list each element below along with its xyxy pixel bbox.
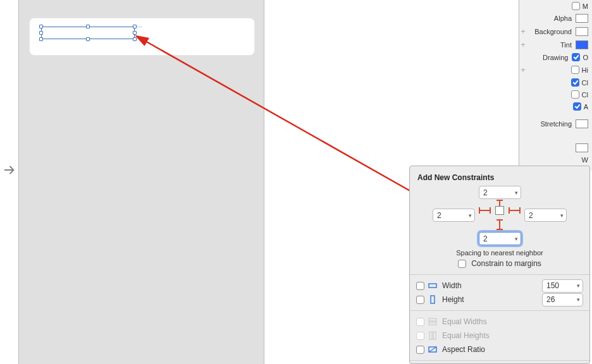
constrain-margins-checkbox[interactable] bbox=[458, 260, 466, 268]
label-w: W bbox=[582, 156, 588, 164]
aspect-ratio-label: Aspect Ratio bbox=[440, 345, 485, 354]
spacing-strut-right[interactable] bbox=[509, 210, 520, 211]
height-icon bbox=[428, 295, 437, 304]
stretching-x-field[interactable] bbox=[576, 119, 588, 128]
resize-handle-e[interactable] bbox=[133, 31, 137, 35]
equal-heights-label: Equal Heights bbox=[440, 331, 490, 340]
equal-heights-icon bbox=[428, 331, 437, 340]
divider bbox=[410, 360, 589, 361]
divider bbox=[410, 310, 589, 311]
height-checkbox[interactable] bbox=[416, 296, 424, 304]
alpha-field[interactable] bbox=[576, 14, 588, 23]
equal-widths-checkbox bbox=[416, 318, 424, 326]
spacing-right-field[interactable]: 2▾ bbox=[524, 209, 567, 222]
drawing-clears-checkbox[interactable] bbox=[571, 78, 579, 87]
stretching-w-field[interactable] bbox=[576, 143, 588, 152]
height-label: Height bbox=[440, 295, 464, 304]
spacing-strut-left[interactable] bbox=[479, 210, 490, 211]
forward-arrow-icon[interactable] bbox=[3, 163, 16, 179]
drawing-au-label: A bbox=[584, 103, 588, 111]
label-drawing: Drawing bbox=[519, 54, 572, 61]
width-value-field[interactable]: 150▾ bbox=[542, 279, 583, 293]
aspect-ratio-checkbox[interactable] bbox=[416, 346, 424, 354]
spacing-widget: 2▾ 2▾ 2▾ 2▾ bbox=[410, 182, 589, 239]
aspect-ratio-icon bbox=[428, 345, 437, 354]
spacing-center-icon bbox=[495, 206, 504, 215]
add-background-icon[interactable]: + bbox=[519, 27, 527, 36]
drawing-cl-label: Cl bbox=[582, 79, 588, 87]
chevron-down-icon: ▾ bbox=[515, 190, 518, 196]
label-stretching: Stretching bbox=[519, 120, 576, 128]
width-checkbox[interactable] bbox=[416, 282, 424, 290]
equal-heights-checkbox bbox=[416, 332, 424, 340]
background-swatch[interactable] bbox=[576, 27, 588, 36]
drawing-clip-checkbox[interactable] bbox=[571, 90, 579, 99]
drawing-op-label: O bbox=[583, 54, 588, 61]
checkbox-m[interactable] bbox=[572, 2, 580, 10]
add-tint-icon[interactable]: + bbox=[519, 40, 527, 49]
equal-widths-icon bbox=[428, 317, 437, 326]
svg-line-8 bbox=[429, 347, 436, 352]
constrain-margins-label: Constrain to margins bbox=[469, 259, 541, 268]
spacing-bottom-field[interactable]: 2▾ bbox=[479, 232, 521, 245]
resize-handle-n[interactable] bbox=[86, 25, 90, 28]
drawing-hidden-checkbox[interactable] bbox=[571, 66, 579, 74]
label-m: M bbox=[583, 3, 588, 10]
xcode-window: M Alpha +Background +Tint DrawingO +Hi C… bbox=[0, 0, 592, 364]
equal-widths-label: Equal Widths bbox=[440, 317, 487, 326]
spacing-top-field[interactable]: 2▾ bbox=[479, 186, 521, 199]
spacing-caption: Spacing to nearest neighbor bbox=[410, 249, 589, 257]
svg-rect-5 bbox=[429, 332, 432, 339]
divider bbox=[410, 274, 589, 275]
height-value-field[interactable]: 26▾ bbox=[542, 293, 583, 306]
resize-handle-s[interactable] bbox=[86, 37, 90, 41]
popover-title: Add New Constraints bbox=[410, 166, 589, 182]
svg-rect-3 bbox=[429, 318, 436, 321]
drawing-opaque-checkbox[interactable] bbox=[572, 53, 580, 61]
label-alpha: Alpha bbox=[519, 15, 576, 22]
drawing-cl2-label: Cl bbox=[582, 91, 588, 99]
resize-handle-nw[interactable] bbox=[39, 25, 43, 28]
drawing-autoresize-checkbox[interactable] bbox=[573, 102, 581, 111]
width-label: Width bbox=[440, 281, 462, 290]
add-drawing-icon[interactable]: + bbox=[519, 65, 527, 75]
svg-rect-1 bbox=[429, 284, 436, 288]
chevron-down-icon: ▾ bbox=[515, 236, 518, 242]
resize-handle-w[interactable] bbox=[39, 31, 43, 35]
chevron-down-icon: ▾ bbox=[560, 212, 564, 219]
chevron-down-icon: ▾ bbox=[577, 296, 580, 303]
attributes-inspector: M Alpha +Background +Tint DrawingO +Hi C… bbox=[519, 0, 592, 171]
drawing-hi-label: Hi bbox=[582, 66, 588, 74]
svg-rect-4 bbox=[429, 322, 436, 325]
add-constraints-popover: Add New Constraints 2▾ 2▾ 2▾ 2▾ Spacing … bbox=[409, 166, 590, 364]
left-gutter bbox=[0, 0, 18, 364]
resize-handle-ne[interactable] bbox=[133, 25, 137, 28]
resize-handle-sw[interactable] bbox=[39, 37, 43, 41]
resize-handle-se[interactable] bbox=[133, 37, 137, 41]
spacing-left-field[interactable]: 2▾ bbox=[433, 209, 475, 222]
tint-swatch[interactable] bbox=[576, 40, 588, 49]
spacing-strut-bottom[interactable] bbox=[499, 220, 500, 229]
label-background: Background bbox=[527, 28, 576, 35]
label-tint: Tint bbox=[527, 41, 576, 49]
chevron-down-icon: ▾ bbox=[577, 282, 580, 289]
svg-rect-2 bbox=[431, 296, 435, 303]
chevron-down-icon: ▾ bbox=[469, 212, 472, 219]
svg-rect-6 bbox=[433, 332, 436, 339]
width-icon bbox=[428, 281, 437, 290]
